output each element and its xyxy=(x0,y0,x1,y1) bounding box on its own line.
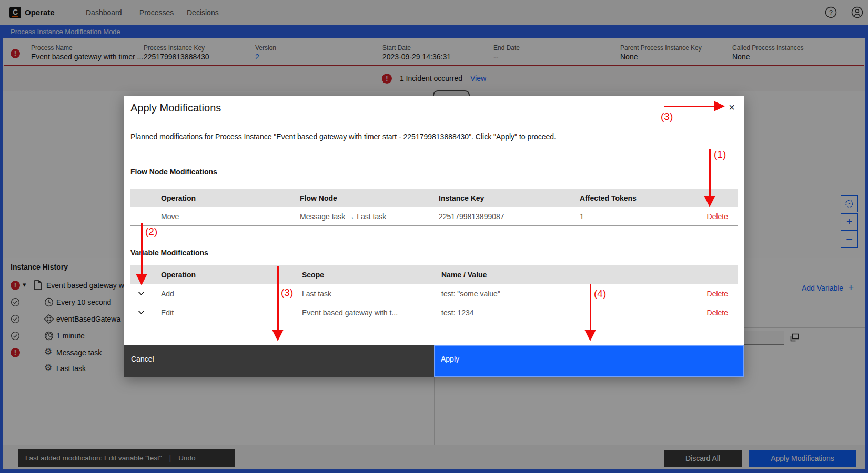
annotation-label-3-close: (3) xyxy=(661,111,673,122)
variable-table-header: Operation Scope Name / Value xyxy=(130,265,738,284)
cancel-button[interactable]: Cancel xyxy=(124,345,434,377)
variable-row-add: Add Last task test: "some value" Delete xyxy=(130,284,738,303)
column-instance-key: Instance Key xyxy=(439,194,580,202)
delete-variable-modification-button[interactable]: Delete xyxy=(707,309,728,317)
annotation-arrow-to-apply xyxy=(590,284,591,330)
delete-flow-node-modification-button[interactable]: Delete xyxy=(707,212,728,221)
modal-title: Apply Modifications xyxy=(130,102,221,114)
cell-affected-tokens: 1 xyxy=(580,212,690,221)
modal-footer: Cancel Apply xyxy=(124,345,744,377)
cell-scope: Event based gateway with t... xyxy=(302,309,441,317)
annotation-arrowhead-down xyxy=(704,196,715,207)
annotation-arrowhead-right xyxy=(714,101,725,111)
annotation-arrow-to-cancel xyxy=(277,266,279,330)
cell-operation: Move xyxy=(161,212,300,221)
flow-node-table-header: Operation Flow Node Instance Key Affecte… xyxy=(130,189,738,207)
apply-modifications-modal: Apply Modifications × Planned modificati… xyxy=(124,96,744,377)
cell-instance-key: 2251799813899087 xyxy=(439,212,580,221)
annotation-label-1: (1) xyxy=(714,149,726,160)
flow-node-row: Move Message task → Last task 2251799813… xyxy=(130,207,738,226)
apply-button[interactable]: Apply xyxy=(434,345,744,377)
cell-flow-node: Message task → Last task xyxy=(300,212,439,221)
row-expand-chevron-icon[interactable] xyxy=(130,310,161,315)
annotation-arrowhead-down xyxy=(584,330,596,341)
cell-name-value: test: 1234 xyxy=(441,309,690,317)
annotation-arrowhead-down xyxy=(136,274,147,285)
modal-description: Planned modifications for Process Instan… xyxy=(130,132,556,141)
annotation-arrow-to-chevron xyxy=(141,223,143,274)
column-operation: Operation xyxy=(161,271,302,279)
column-scope: Scope xyxy=(302,271,441,279)
column-affected-tokens: Affected Tokens xyxy=(580,194,690,202)
column-flow-node: Flow Node xyxy=(300,194,439,202)
annotation-label-4: (4) xyxy=(594,288,606,300)
close-icon[interactable]: × xyxy=(724,100,740,116)
annotation-label-2: (2) xyxy=(145,226,157,238)
flow-node-modifications-table: Operation Flow Node Instance Key Affecte… xyxy=(130,189,738,226)
row-expand-chevron-icon[interactable] xyxy=(130,291,161,296)
variable-row-edit: Edit Event based gateway with t... test:… xyxy=(130,303,738,322)
column-name-value: Name / Value xyxy=(441,271,690,279)
annotation-label-3-cancel: (3) xyxy=(281,287,293,299)
annotation-arrow-to-close xyxy=(664,106,714,107)
variable-modifications-table: Operation Scope Name / Value Add Last ta… xyxy=(130,265,738,322)
cell-name-value: test: "some value" xyxy=(441,290,690,298)
cell-operation: Edit xyxy=(161,309,302,317)
annotation-arrowhead-down xyxy=(272,330,284,341)
delete-variable-modification-button[interactable]: Delete xyxy=(707,290,728,298)
cell-scope: Last task xyxy=(302,290,441,298)
annotation-arrow-to-delete xyxy=(709,149,711,196)
flow-node-modifications-heading: Flow Node Modifications xyxy=(130,168,217,176)
column-operation: Operation xyxy=(161,194,300,202)
